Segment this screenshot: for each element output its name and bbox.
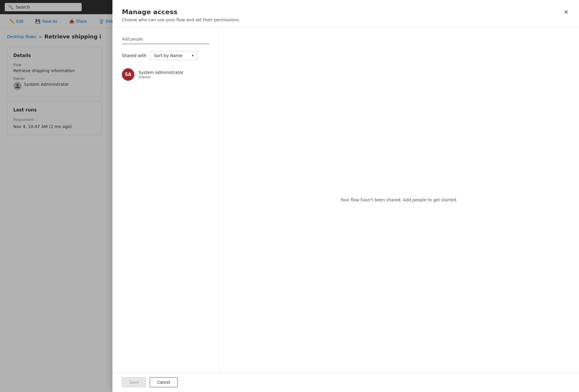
manage-access-modal: Manage access Choose who can use your fl… [112,0,579,392]
shared-with-label: Shared with [122,53,146,58]
modal-footer: Save Cancel [112,372,579,392]
modal-cancel-button[interactable]: Cancel [150,377,178,387]
user-name: System Administrator [138,70,183,75]
modal-body: Shared with Sort by Name ▾ SA System Adm… [112,27,579,372]
modal-header: Manage access Choose who can use your fl… [112,0,579,27]
modal-save-button[interactable]: Save [122,377,146,387]
shared-with-row: Shared with Sort by Name ▾ [122,51,209,60]
sort-dropdown[interactable]: Sort by Name ▾ [150,51,197,60]
sort-dropdown-label: Sort by Name [154,53,189,58]
modal-left-panel: Shared with Sort by Name ▾ SA System Adm… [112,27,219,372]
chevron-down-icon: ▾ [192,54,193,58]
modal-header-text: Manage access Choose who can use your fl… [122,8,240,22]
modal-close-button[interactable]: ✕ [563,8,570,16]
modal-right-panel: Your flow hasn't been shared. Add people… [219,27,579,372]
modal-subtitle: Choose who can use your flow and set the… [122,17,240,22]
user-role: Owner [138,75,183,79]
user-initials: SA [125,72,131,77]
user-avatar: SA [122,68,134,81]
user-row: SA System Administrator Owner [122,66,209,83]
add-people-input[interactable] [122,34,209,44]
no-share-message: Your flow hasn't been shared. Add people… [341,197,457,202]
user-info: System Administrator Owner [138,70,183,79]
modal-title: Manage access [122,8,240,16]
